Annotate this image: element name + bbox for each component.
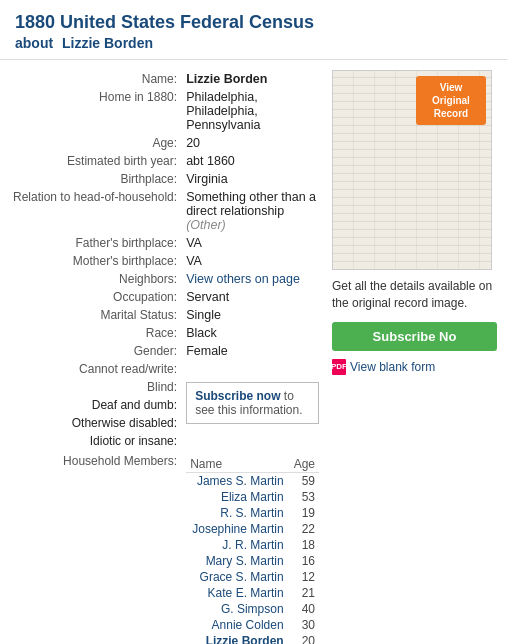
household-member-row: Mary S. Martin16	[186, 553, 319, 569]
member-name[interactable]: Mary S. Martin	[186, 553, 290, 569]
fathers-bp-row: Father's birthplace: VA	[10, 234, 322, 252]
marital-row: Marital Status: Single	[10, 306, 322, 324]
name-label: Name:	[10, 70, 183, 88]
age-value: 20	[183, 134, 322, 152]
birthplace-value: Virginia	[183, 170, 322, 188]
member-name[interactable]: James S. Martin	[186, 473, 290, 490]
subscribe-link[interactable]: Subscribe now	[195, 389, 280, 403]
neighbors-link[interactable]: View others on page	[183, 270, 322, 288]
household-header-row: Household Members: Name Age	[10, 450, 322, 644]
home-label: Home in 1880:	[10, 88, 183, 134]
gender-row: Gender: Female	[10, 342, 322, 360]
est-birth-label: Estimated birth year:	[10, 152, 183, 170]
household-content: Name Age James S. Martin59Eliza Martin53…	[183, 450, 322, 644]
household-table: Name Age James S. Martin59Eliza Martin53…	[186, 456, 319, 644]
blind-row: Blind: Subscribe now to see this informa…	[10, 378, 322, 396]
home-value: Philadelphia, Philadelphia, Pennsylvania	[183, 88, 322, 134]
main-content: Name: Lizzie Borden Home in 1880: Philad…	[0, 60, 507, 644]
member-name[interactable]: Grace S. Martin	[186, 569, 290, 585]
relation-label: Relation to head-of-household:	[10, 188, 183, 234]
about-subtitle: about Lizzie Borden	[15, 35, 492, 51]
member-name[interactable]: Eliza Martin	[186, 489, 290, 505]
member-age: 40	[290, 601, 319, 617]
member-name[interactable]: Lizzie Borden	[186, 633, 290, 644]
household-member-row: G. Simpson40	[186, 601, 319, 617]
member-name[interactable]: Annie Colden	[186, 617, 290, 633]
subscribe-info-box: Subscribe now to see this information.	[186, 382, 319, 424]
home-row: Home in 1880: Philadelphia, Philadelphia…	[10, 88, 322, 134]
cannot-read-label: Cannot read/write:	[10, 360, 183, 378]
member-age: 12	[290, 569, 319, 585]
relation-row: Relation to head-of-household: Something…	[10, 188, 322, 234]
mothers-bp-label: Mother's birthplace:	[10, 252, 183, 270]
occupation-row: Occupation: Servant	[10, 288, 322, 306]
est-birth-value: abt 1860	[183, 152, 322, 170]
subscribe-now-button[interactable]: Subscribe No	[332, 322, 497, 351]
birthplace-row: Birthplace: Virginia	[10, 170, 322, 188]
race-value: Black	[183, 324, 322, 342]
view-original-button[interactable]: View Original Record	[416, 76, 486, 125]
page-title: 1880 United States Federal Census	[15, 12, 492, 33]
fathers-bp-value: VA	[183, 234, 322, 252]
member-age: 21	[290, 585, 319, 601]
header: 1880 United States Federal Census about …	[0, 0, 507, 60]
member-age: 59	[290, 473, 319, 490]
birthplace-label: Birthplace:	[10, 170, 183, 188]
right-column: View Original Record Get all the details…	[332, 70, 497, 644]
view-blank-form-link[interactable]: PDF View blank form	[332, 359, 497, 375]
get-details-text: Get all the details available on the ori…	[332, 278, 497, 312]
idiotic-label: Idiotic or insane:	[10, 432, 183, 450]
member-age: 18	[290, 537, 319, 553]
member-age: 53	[290, 489, 319, 505]
member-name[interactable]: J. R. Martin	[186, 537, 290, 553]
fathers-bp-label: Father's birthplace:	[10, 234, 183, 252]
record-image-box[interactable]: View Original Record	[332, 70, 492, 270]
occupation-label: Occupation:	[10, 288, 183, 306]
about-name: Lizzie Borden	[62, 35, 153, 51]
about-prefix: about	[15, 35, 53, 51]
record-info-table: Name: Lizzie Borden Home in 1880: Philad…	[10, 70, 322, 644]
household-member-row: Annie Colden30	[186, 617, 319, 633]
member-age: 30	[290, 617, 319, 633]
age-label: Age:	[10, 134, 183, 152]
race-row: Race: Black	[10, 324, 322, 342]
mothers-bp-row: Mother's birthplace: VA	[10, 252, 322, 270]
col-age-header: Age	[290, 456, 319, 473]
member-age: 22	[290, 521, 319, 537]
otherwise-label: Otherwise disabled:	[10, 414, 183, 432]
race-label: Race:	[10, 324, 183, 342]
name-row: Name: Lizzie Borden	[10, 70, 322, 88]
member-age: 16	[290, 553, 319, 569]
member-name[interactable]: Kate E. Martin	[186, 585, 290, 601]
marital-value: Single	[183, 306, 322, 324]
household-member-row: Eliza Martin53	[186, 489, 319, 505]
gender-value: Female	[183, 342, 322, 360]
cannot-read-value	[183, 360, 322, 378]
household-member-row: Grace S. Martin12	[186, 569, 319, 585]
blind-label: Blind:	[10, 378, 183, 396]
relation-value: Something other than a direct relationsh…	[183, 188, 322, 234]
household-member-row: Kate E. Martin21	[186, 585, 319, 601]
member-name[interactable]: G. Simpson	[186, 601, 290, 617]
member-age: 19	[290, 505, 319, 521]
neighbors-label: Neighbors:	[10, 270, 183, 288]
occupation-value: Servant	[183, 288, 322, 306]
est-birth-row: Estimated birth year: abt 1860	[10, 152, 322, 170]
marital-label: Marital Status:	[10, 306, 183, 324]
household-member-row: Lizzie Borden20	[186, 633, 319, 644]
member-name[interactable]: R. S. Martin	[186, 505, 290, 521]
view-blank-form-label: View blank form	[350, 360, 435, 374]
household-table-header: Name Age	[186, 456, 319, 473]
household-member-row: R. S. Martin19	[186, 505, 319, 521]
left-column: Name: Lizzie Borden Home in 1880: Philad…	[10, 70, 322, 644]
mothers-bp-value: VA	[183, 252, 322, 270]
household-member-row: Josephine Martin22	[186, 521, 319, 537]
neighbors-row: Neighbors: View others on page	[10, 270, 322, 288]
age-row: Age: 20	[10, 134, 322, 152]
member-name[interactable]: Josephine Martin	[186, 521, 290, 537]
relation-other: (Other)	[186, 218, 226, 232]
deaf-label: Deaf and dumb:	[10, 396, 183, 414]
name-value: Lizzie Borden	[183, 70, 322, 88]
household-member-row: J. R. Martin18	[186, 537, 319, 553]
blind-subscribe: Subscribe now to see this information.	[183, 378, 322, 450]
